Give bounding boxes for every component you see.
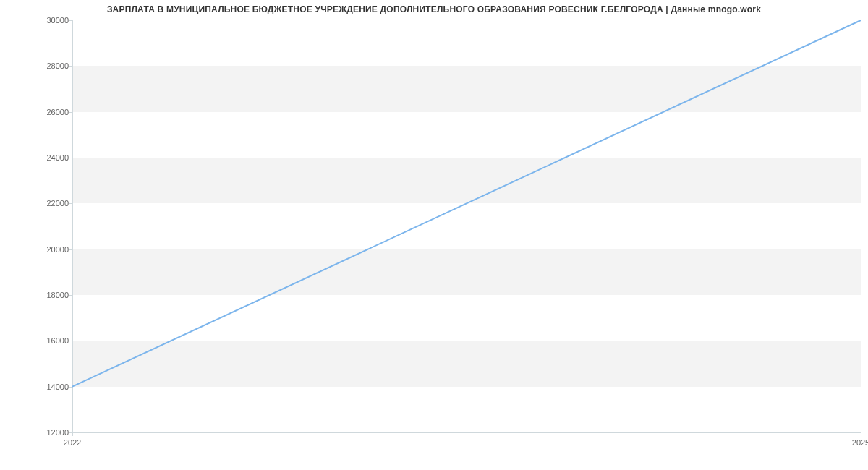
plot-area <box>72 20 861 432</box>
line-layer <box>72 20 861 432</box>
y-tick <box>69 20 72 21</box>
y-tick-label: 12000 <box>25 428 69 437</box>
x-tick-label: 2025 <box>852 438 868 447</box>
y-tick-label: 20000 <box>25 245 69 254</box>
x-tick <box>861 432 861 436</box>
x-axis-line <box>72 432 861 433</box>
y-tick <box>69 66 72 67</box>
y-tick <box>69 249 72 250</box>
y-tick-label: 16000 <box>25 336 69 345</box>
y-tick-label: 18000 <box>25 291 69 299</box>
y-tick-label: 30000 <box>25 16 69 25</box>
y-tick <box>69 341 72 341</box>
y-tick <box>69 158 72 158</box>
x-tick <box>72 432 73 436</box>
series-line <box>72 20 861 387</box>
chart-title: ЗАРПЛАТА В МУНИЦИПАЛЬНОЕ БЮДЖЕТНОЕ УЧРЕЖ… <box>0 4 868 14</box>
y-tick <box>69 387 72 388</box>
y-tick-label: 24000 <box>25 153 69 162</box>
y-tick-label: 14000 <box>25 383 69 391</box>
y-tick-label: 26000 <box>25 108 69 116</box>
y-tick-label: 28000 <box>25 61 69 70</box>
y-tick <box>69 295 72 296</box>
y-tick-label: 22000 <box>25 199 69 208</box>
y-tick <box>69 203 72 204</box>
y-tick <box>69 112 72 113</box>
x-tick-label: 2022 <box>64 438 81 447</box>
chart-container: ЗАРПЛАТА В МУНИЦИПАЛЬНОЕ БЮДЖЕТНОЕ УЧРЕЖ… <box>0 0 868 470</box>
